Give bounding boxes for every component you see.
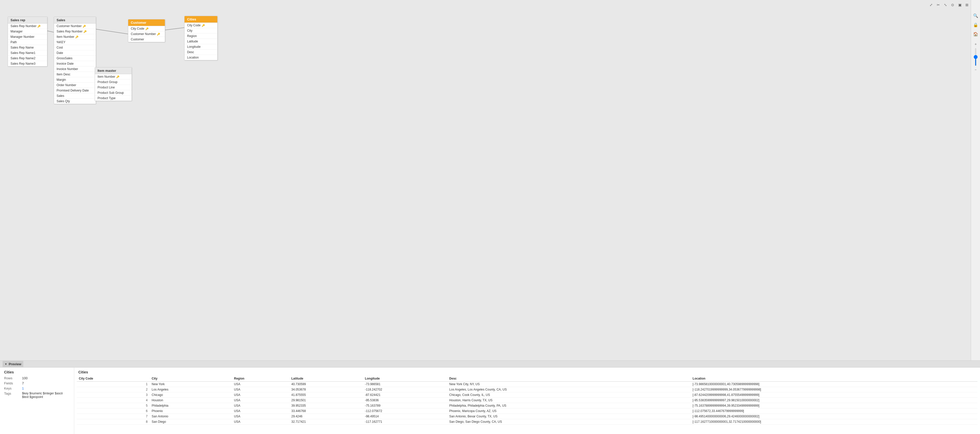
zoom-slider[interactable] [975, 48, 976, 66]
table-cell: 33.446768 [289, 409, 363, 414]
customer-table[interactable]: Customer City Code 🔑 Customer Number 🔑 C… [128, 19, 165, 42]
table-cell: Chicago, Cook County, IL, US [447, 392, 690, 398]
field-invoice-date: Invoice Date [54, 61, 96, 67]
field-region: Region [185, 33, 217, 39]
table-cell: [-118.2427019999999999,34.05367799999999… [690, 387, 977, 392]
toolbar: ⤢ ✂ ⤡ ⊙ ▣ ⊞ [928, 2, 970, 8]
field-promised-delivery-date: Promised Delivery Date [54, 88, 96, 93]
col-desc: Desc [447, 376, 690, 382]
cut-icon[interactable]: ✂ [935, 2, 941, 8]
data-panel[interactable]: Cities City Code City Region Latitude Lo… [74, 367, 980, 434]
table-cell: 40.730599 [289, 382, 363, 387]
table-cell: New York [150, 382, 232, 387]
table-cell: Philadelphia [150, 403, 232, 409]
table-cell: 34.053678 [289, 387, 363, 392]
table-row: 6PhoenixUSA33.446768-112.075672Phoenix, … [77, 409, 977, 414]
table-row: 4HoustonUSA29.981501-95.53836Houston, Ha… [77, 398, 977, 403]
home-icon[interactable]: 🏠 [973, 31, 978, 37]
fields-value: 7 [22, 381, 24, 385]
table-cell: USA [232, 387, 289, 392]
diagram-area[interactable]: Sales rep Sales Rep Number 🔑 Manager Man… [0, 0, 980, 360]
table-row: 5PhiladelphiaUSA39.952335-75.163789Phila… [77, 403, 977, 409]
main-container: ⤢ ✂ ⤡ ⊙ ▣ ⊞ Sales rep Sales Rep Number 🔑… [0, 0, 980, 434]
field-path: Path [8, 40, 47, 45]
table-cell: 5 [77, 403, 150, 409]
table-cell: Phoenix [150, 409, 232, 414]
table-cell: USA [232, 398, 289, 403]
field-customer-number: Customer Number 🔑 [54, 24, 96, 29]
col-location: Location [690, 376, 977, 382]
divider[interactable]: ▼ Preview [0, 360, 980, 367]
table-cell: -87.624421 [363, 392, 447, 398]
field-product-type: Product Type [95, 96, 132, 101]
cities-body: City Code 🔑 City Region Latitude Longitu… [185, 23, 217, 60]
zoom-in-icon[interactable]: ＋ [973, 41, 978, 47]
table-cell: Phoenix, Maricopa County, AZ, US [447, 409, 690, 414]
info-panel-title: Cities [4, 370, 70, 374]
field-sales-rep-name3: Sales Rep Name3 [8, 61, 47, 66]
sales-rep-body: Sales Rep Number 🔑 Manager Manager Numbe… [8, 24, 47, 66]
field-sales-rep-number: Sales Rep Number 🔑 [8, 24, 47, 29]
sales-rep-table[interactable]: Sales rep Sales Rep Number 🔑 Manager Man… [8, 17, 47, 67]
table-cell: USA [232, 382, 289, 387]
preview-content: Cities Rows 100 Fields 7 Keys 1 Tags $ke… [0, 367, 980, 434]
field-customer-name: Customer [128, 37, 165, 42]
svg-line-2 [162, 28, 184, 30]
table-cell: USA [232, 392, 289, 398]
connections-svg [0, 0, 980, 360]
field-sales-rep-number-sales: Sales Rep Number 🔑 [54, 29, 96, 34]
table-cell: 29.981501 [289, 398, 363, 403]
rows-label: Rows [4, 376, 19, 380]
table-cell: 7 [77, 414, 150, 419]
field-product-group: Product Group [95, 79, 132, 85]
table-cell: San Antonio [150, 414, 232, 419]
table-cell: [-98.4951400000000006,29.424600000000000… [690, 414, 977, 419]
col-longitude: Longitude [363, 376, 447, 382]
table-cell: 1 [77, 382, 150, 387]
item-master-header: Item master [95, 68, 132, 74]
info-panel: Cities Rows 100 Fields 7 Keys 1 Tags $ke… [0, 367, 74, 434]
chevron-icon: ▼ [5, 363, 7, 366]
layout-icon[interactable]: ⊞ [964, 2, 970, 8]
col-region: Region [232, 376, 289, 382]
field-product-sub-group: Product Sub Group [95, 90, 132, 96]
sales-table[interactable]: Sales Customer Number 🔑 Sales Rep Number… [54, 17, 96, 104]
item-master-table[interactable]: Item master Item Number 🔑 Product Group … [95, 67, 132, 101]
table-cell: USA [232, 419, 289, 424]
table-cell: -118.242702 [363, 387, 447, 392]
settings-icon[interactable]: ⊙ [950, 2, 955, 8]
compress-icon[interactable]: ⤡ [943, 2, 948, 8]
field-order-number: Order Number [54, 82, 96, 88]
field-sales-rep-name: Sales Rep Name [8, 45, 47, 50]
data-panel-title: Cities [77, 367, 977, 376]
table-cell: [-117.1627710000000001,32.71742100000000… [690, 419, 977, 424]
field-latitude: Latitude [185, 39, 217, 44]
keys-value: 1 [22, 386, 24, 390]
search-icon[interactable]: 🔍 [973, 13, 978, 18]
field-sales-rep-name2: Sales Rep Name2 [8, 56, 47, 61]
keys-info: Keys 1 [4, 386, 70, 390]
table-cell: 2 [77, 387, 150, 392]
tags-info: Tags $key $numeric $integer $ascii $text… [4, 391, 70, 399]
field-item-number-sales: Item Number 🔑 [54, 34, 96, 40]
preview-label: ▼ Preview [3, 361, 23, 367]
table-header-row: City Code City Region Latitude Longitude… [77, 376, 977, 382]
table-cell: -73.986581 [363, 382, 447, 387]
rows-value: 100 [22, 376, 28, 380]
table-cell: -75.163789 [363, 403, 447, 409]
table-cell: New York City, NY, US [447, 382, 690, 387]
grid-icon[interactable]: ▣ [957, 2, 963, 8]
table-cell: -98.49514 [363, 414, 447, 419]
keys-label: Keys [4, 386, 19, 390]
field-cost: Cost [54, 45, 96, 50]
fit-icon[interactable]: ⤢ [928, 2, 934, 8]
customer-body: City Code 🔑 Customer Number 🔑 Customer [128, 26, 165, 42]
table-cell: 39.952335 [289, 403, 363, 409]
cities-table[interactable]: Cities City Code 🔑 City Region Latitude … [184, 16, 218, 60]
lock-icon[interactable]: 🔒 [973, 22, 978, 28]
fields-info: Fields 7 [4, 381, 70, 385]
table-cell: [-95.5383599999999997,29.981501000000000… [690, 398, 977, 403]
field-product-line: Product Line [95, 85, 132, 90]
zoom-out-icon[interactable]: － [973, 67, 978, 73]
tags-label: Tags [4, 391, 19, 399]
